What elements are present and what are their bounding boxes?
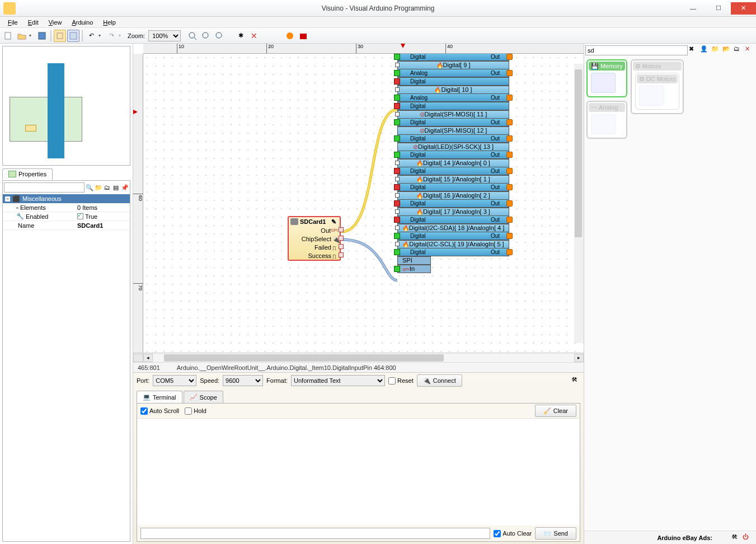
- speed-select[interactable]: 9600: [223, 375, 263, 386]
- zoom-select[interactable]: 100%: [148, 30, 181, 41]
- minimize-button[interactable]: —: [680, 2, 706, 15]
- zoom-label: Zoom:: [128, 32, 145, 39]
- sdcard-out-pin[interactable]: [339, 227, 344, 232]
- undo-button[interactable]: ↶: [85, 30, 97, 42]
- svg-rect-2: [57, 33, 63, 39]
- palette-del-icon[interactable]: ✕: [745, 45, 755, 55]
- target-button[interactable]: ✱: [234, 30, 247, 42]
- sdcard-cs-pin[interactable]: [339, 236, 344, 241]
- terminal-tab[interactable]: 💻Terminal: [137, 391, 182, 403]
- redo-button[interactable]: ↷: [105, 30, 118, 42]
- ads-tools-icon[interactable]: 🛠: [731, 533, 740, 542]
- titlebar: Visuino - Visual Arduino Programming — ☐…: [0, 0, 756, 17]
- format-select[interactable]: Unformatted Text: [291, 375, 385, 386]
- prop-row-elements[interactable]: ▫Elements 0 Items: [3, 203, 130, 212]
- compile-button[interactable]: [284, 30, 296, 42]
- save-button[interactable]: [36, 30, 48, 42]
- palette-item-sdcard[interactable]: [591, 73, 616, 93]
- upload-button[interactable]: [297, 30, 309, 42]
- connect-button[interactable]: 🔌Connect: [417, 374, 462, 387]
- status-bar: 465:801 Arduino.__OpenWireRootUnit__.Ard…: [133, 362, 584, 372]
- properties-filter-input[interactable]: [4, 182, 84, 193]
- prop-row-enabled[interactable]: 🔧Enabled True: [3, 212, 130, 221]
- menu-view[interactable]: View: [44, 18, 67, 27]
- menu-file[interactable]: FFileile: [3, 18, 22, 27]
- sdcard-success-pin[interactable]: [339, 252, 344, 257]
- vertical-scrollbar[interactable]: [574, 64, 584, 343]
- palette-filter-icon[interactable]: 👤: [700, 45, 710, 55]
- palette-panel: ✖ 👤 📁 📂 🗂 ✕ 💾Memory 〰Analog ⚙Motors: [584, 44, 756, 544]
- pan-button[interactable]: [54, 30, 66, 42]
- scope-tab[interactable]: 📈Scope: [184, 391, 223, 403]
- close-button[interactable]: ✕: [731, 2, 756, 15]
- sdcard-node[interactable]: SDCard1✎ OutSPI ChipSelect🔌 Failed⎍ Succ…: [288, 216, 341, 261]
- properties-tab[interactable]: Properties: [2, 168, 53, 180]
- delete-button[interactable]: ✕: [248, 30, 260, 42]
- palette-fold3-icon[interactable]: 🗂: [734, 45, 744, 55]
- edit-icon[interactable]: ✎: [331, 218, 338, 225]
- send-input[interactable]: [140, 528, 490, 539]
- palette-item-analog[interactable]: [591, 114, 616, 134]
- port-label: Port:: [137, 377, 149, 384]
- status-coords: 465:801: [138, 364, 160, 371]
- svg-point-4: [189, 32, 195, 38]
- format-label: Format:: [266, 377, 288, 384]
- hold-checkbox[interactable]: Hold: [185, 407, 206, 415]
- clear-button[interactable]: 🧹Clear: [535, 405, 576, 417]
- prop-pin-icon[interactable]: 📌: [121, 182, 129, 193]
- maximize-button[interactable]: ☐: [706, 2, 731, 15]
- arduino-node[interactable]: DigitalOut 🔥Digital[ 9 ] AnalogOut Digit…: [397, 54, 509, 273]
- menu-arduino[interactable]: Arduino: [67, 18, 97, 27]
- zoom-fit-button[interactable]: [186, 30, 199, 42]
- overview-panel[interactable]: [2, 46, 130, 166]
- undo-dropdown[interactable]: ▾: [98, 33, 104, 38]
- grid-button[interactable]: [67, 30, 79, 42]
- status-path: Arduino.__OpenWireRootUnit__.Arduino.Dig…: [177, 364, 396, 371]
- menu-help[interactable]: Help: [98, 18, 120, 27]
- palette-fold2-icon[interactable]: 📂: [722, 45, 732, 55]
- app-icon: [3, 2, 16, 15]
- svg-point-6: [216, 32, 222, 38]
- window-title: Visuino - Visual Arduino Programming: [322, 4, 435, 12]
- prop-row-name[interactable]: Name SDCard1: [3, 221, 130, 230]
- palette-cat-memory[interactable]: 💾Memory: [586, 59, 627, 97]
- prop-filter-icon[interactable]: 🔍: [86, 182, 93, 193]
- port-select[interactable]: COM5: [153, 375, 196, 386]
- prop-group-misc[interactable]: − ⬛ Miscellaneous: [3, 194, 130, 203]
- ruler-horizontal: 10 20 30 40: [143, 44, 584, 54]
- palette-cat-analog[interactable]: 〰Analog: [586, 101, 627, 139]
- svg-point-5: [203, 32, 208, 38]
- menubar: FFileile Edit View Arduino Help: [0, 17, 756, 28]
- zoom-sel-button[interactable]: [213, 30, 226, 42]
- autoscroll-checkbox[interactable]: Auto Scroll: [140, 407, 179, 415]
- sdcard-failed-pin[interactable]: [339, 244, 344, 249]
- toolbar: ▾ ↶ ▾ ↷ ▾ Zoom: 100% ✱ ✕: [0, 28, 756, 44]
- open-button[interactable]: [16, 30, 28, 42]
- palette-clear-icon[interactable]: ✖: [689, 45, 699, 55]
- palette-item-dcmotor[interactable]: [639, 86, 664, 106]
- palette-search-input[interactable]: [585, 45, 688, 55]
- serial-tools-icon[interactable]: 🛠: [571, 376, 580, 385]
- autoclear-checkbox[interactable]: Auto Clear: [494, 530, 532, 537]
- send-button[interactable]: 📨Send: [535, 527, 576, 540]
- menu-edit[interactable]: Edit: [24, 18, 43, 27]
- palette-cat-motors[interactable]: ⚙Motors ⚙DC Motors: [631, 59, 684, 114]
- terminal-output[interactable]: [137, 418, 580, 526]
- redo-dropdown[interactable]: ▾: [119, 33, 124, 38]
- new-button[interactable]: [2, 30, 15, 42]
- svg-rect-8: [300, 34, 307, 39]
- ads-power-icon[interactable]: ⏻: [743, 533, 752, 542]
- horizontal-scrollbar[interactable]: ◂▸: [133, 353, 584, 362]
- zoom-in-button[interactable]: [200, 30, 212, 42]
- prop-cat-icon[interactable]: 📁: [95, 182, 102, 193]
- palette-fold1-icon[interactable]: 📁: [711, 45, 721, 55]
- prop-sort-icon[interactable]: 🗂: [104, 182, 111, 193]
- svg-rect-1: [39, 32, 45, 39]
- open-dropdown[interactable]: ▾: [29, 33, 35, 38]
- prop-expand-icon[interactable]: ▤: [112, 182, 120, 193]
- ads-label: Arduino eBay Ads:: [657, 534, 712, 541]
- canvas[interactable]: SDCard1✎ OutSPI ChipSelect🔌 Failed⎍ Succ…: [143, 54, 584, 353]
- serial-panel: Port: COM5 Speed: 9600 Format: Unformatt…: [133, 372, 584, 544]
- sdcard-icon: [290, 218, 298, 225]
- reset-checkbox[interactable]: Reset: [388, 377, 414, 384]
